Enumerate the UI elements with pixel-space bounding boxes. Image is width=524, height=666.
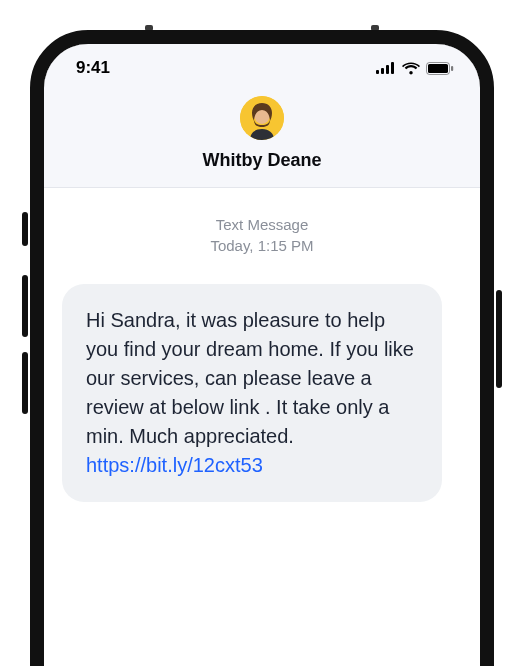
cellular-icon	[376, 62, 396, 74]
contact-name[interactable]: Whitby Deane	[202, 150, 321, 171]
svg-rect-6	[451, 66, 453, 71]
message-text: Hi Sandra, it was pleasure to help you f…	[86, 309, 414, 447]
avatar[interactable]	[240, 96, 284, 140]
status-time: 9:41	[76, 58, 110, 78]
phone-volume-down	[22, 352, 28, 414]
wifi-icon	[402, 62, 420, 75]
phone-power-button	[496, 290, 502, 388]
phone-volume-up	[22, 275, 28, 337]
svg-rect-3	[391, 62, 394, 74]
thread-label: Text Message	[62, 214, 462, 235]
message-thread[interactable]: Text Message Today, 1:15 PM Hi Sandra, i…	[44, 188, 480, 666]
battery-icon	[426, 62, 454, 75]
thread-meta: Text Message Today, 1:15 PM	[62, 214, 462, 256]
svg-rect-5	[428, 64, 448, 73]
message-link[interactable]: https://bit.ly/12cxt53	[86, 454, 263, 476]
thread-timestamp: Today, 1:15 PM	[62, 235, 462, 256]
status-bar: 9:41	[44, 44, 480, 92]
avatar-image	[240, 96, 284, 140]
svg-rect-1	[381, 68, 384, 74]
phone-mute-switch	[22, 212, 28, 246]
conversation-header: Whitby Deane	[44, 92, 480, 188]
phone-frame: 9:41	[30, 30, 494, 666]
status-icons	[376, 62, 454, 75]
message-bubble-incoming[interactable]: Hi Sandra, it was pleasure to help you f…	[62, 284, 442, 502]
svg-rect-0	[376, 70, 379, 74]
svg-rect-2	[386, 65, 389, 74]
screen: 9:41	[44, 44, 480, 666]
